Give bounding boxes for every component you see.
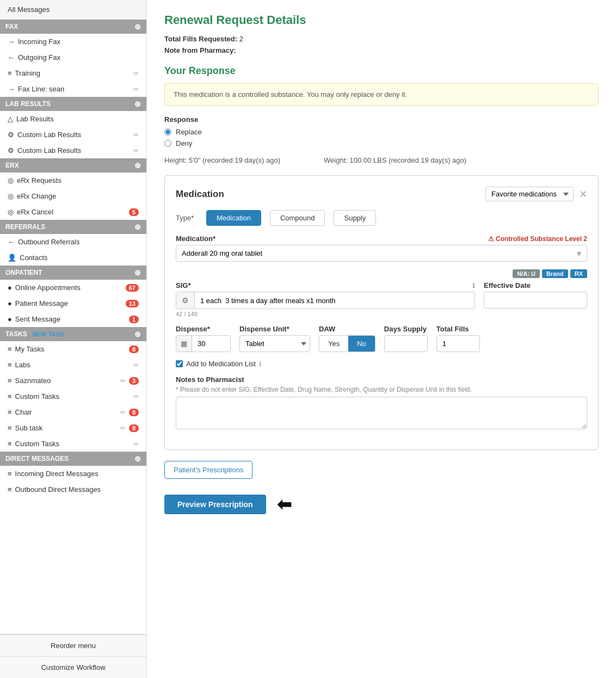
sidebar-item-saznmateo[interactable]: ≡ Saznmateo ✏ 3 bbox=[0, 373, 146, 389]
close-icon[interactable]: ✕ bbox=[579, 188, 587, 200]
list-icon: ≡ bbox=[8, 361, 12, 369]
onpatient-add-icon[interactable]: ⊕ bbox=[134, 268, 141, 277]
dispense-unit-field: Dispense Unit* Tablet Capsule mL bbox=[239, 325, 310, 352]
sig-info-icon: ℹ bbox=[472, 282, 475, 289]
days-supply-input[interactable] bbox=[384, 335, 428, 352]
response-replace-radio[interactable] bbox=[164, 128, 171, 135]
sidebar-item-outgoing-fax[interactable]: ← Outgoing Fax bbox=[0, 50, 146, 65]
list-icon: ≡ bbox=[8, 392, 12, 400]
med-box-header: Medication Favorite medications ✕ bbox=[176, 187, 587, 201]
dispense-input[interactable] bbox=[192, 336, 230, 352]
sidebar-section-fax: FAX ⊕ bbox=[0, 20, 146, 34]
customize-workflow-button[interactable]: Customize Workflow bbox=[0, 656, 146, 678]
tag-na-badge: N/A: U bbox=[513, 269, 540, 278]
edit-icon[interactable]: ✏ bbox=[133, 440, 139, 448]
arrow-left-icon: ← bbox=[8, 238, 15, 246]
total-fills-field-label: Total Fills bbox=[436, 325, 480, 333]
add-to-med-list-label: Add to Medication List bbox=[186, 360, 256, 368]
tasks-add-icon[interactable]: ⊕ bbox=[134, 330, 141, 338]
total-fills-requested: Total Fills Requested: 2 bbox=[164, 35, 599, 43]
preview-row: Preview Prescription ⬅ bbox=[164, 494, 599, 515]
sidebar-item-lab-results[interactable]: △ Lab Results bbox=[0, 111, 146, 127]
sidebar-item-custom-tasks-2[interactable]: ≡ Custom Tasks ✏ bbox=[0, 436, 146, 452]
sig-input-wrapper: ⚙ bbox=[176, 292, 475, 309]
calendar-icon: ▦ bbox=[176, 336, 192, 352]
effective-date-input[interactable] bbox=[484, 292, 587, 309]
daw-yes-button[interactable]: Yes bbox=[319, 336, 348, 352]
erx-add-icon[interactable]: ⊕ bbox=[134, 161, 141, 170]
type-label: Type* bbox=[176, 214, 198, 222]
sub-task-badge: 8 bbox=[129, 424, 139, 432]
sent-msg-badge: 1 bbox=[129, 316, 139, 323]
favorite-medications-select[interactable]: Favorite medications bbox=[485, 187, 574, 201]
sidebar-item-custom-lab-2[interactable]: ⚙ Custom Lab Results ✏ bbox=[0, 143, 146, 158]
response-label: Response bbox=[164, 115, 599, 124]
sidebar-item-custom-lab-1[interactable]: ⚙ Custom Lab Results ✏ bbox=[0, 127, 146, 143]
sidebar-item-outbound-direct[interactable]: ≡ Outbound Direct Messages bbox=[0, 482, 146, 497]
sidebar-item-incoming-direct[interactable]: ≡ Incoming Direct Messages bbox=[0, 466, 146, 482]
sidebar-item-contacts[interactable]: 👤 Contacts bbox=[0, 250, 146, 266]
sig-gear-icon[interactable]: ⚙ bbox=[176, 292, 195, 309]
type-compound-button[interactable]: Compound bbox=[270, 210, 325, 226]
dot-icon: ● bbox=[8, 315, 12, 323]
sidebar-item-chair[interactable]: ≡ Chair ✏ 8 bbox=[0, 404, 146, 420]
notes-textarea[interactable] bbox=[176, 397, 587, 429]
edit-icon[interactable]: ✏ bbox=[120, 424, 126, 432]
weight-value: Weight: 100.00 LBS (recorded 19 day(s) a… bbox=[324, 156, 466, 164]
circle-icon: ◎ bbox=[8, 176, 14, 184]
sidebar-item-custom-tasks-1[interactable]: ≡ Custom Tasks ✏ bbox=[0, 389, 146, 404]
edit-icon[interactable]: ✏ bbox=[133, 131, 139, 139]
total-fills-input[interactable] bbox=[436, 335, 480, 352]
sidebar-item-labs[interactable]: ≡ Labs ✏ bbox=[0, 357, 146, 373]
sidebar-all-messages[interactable]: All Messages bbox=[0, 0, 146, 20]
add-to-med-list-checkbox[interactable] bbox=[176, 360, 183, 367]
edit-icon[interactable]: ✏ bbox=[120, 409, 126, 416]
list-icon: ≡ bbox=[8, 440, 12, 448]
dot-icon: ● bbox=[8, 299, 12, 307]
edit-icon[interactable]: ✏ bbox=[133, 147, 139, 155]
sidebar-item-sub-task[interactable]: ≡ Sub task ✏ 8 bbox=[0, 420, 146, 436]
sidebar-item-patient-message[interactable]: ● Patient Message 13 bbox=[0, 295, 146, 311]
sidebar-item-erx-change[interactable]: ◎ eRx Change bbox=[0, 188, 146, 204]
type-medication-button[interactable]: Medication bbox=[206, 210, 261, 226]
notes-section: Notes to Pharmacist * Please do not ente… bbox=[176, 375, 587, 431]
fax-add-icon[interactable]: ⊕ bbox=[134, 22, 141, 31]
dispense-row: Dispense* ▦ Dispense Unit* Tablet Capsul… bbox=[176, 325, 587, 352]
sig-input[interactable] bbox=[195, 293, 475, 309]
list-icon: ≡ bbox=[8, 424, 12, 432]
edit-icon[interactable]: ✏ bbox=[133, 70, 139, 77]
total-fills-field: Total Fills bbox=[436, 325, 480, 352]
type-supply-button[interactable]: Supply bbox=[334, 210, 376, 226]
list-icon: ≡ bbox=[8, 485, 12, 494]
type-row: Type* Medication Compound Supply bbox=[176, 210, 587, 226]
sidebar-item-training[interactable]: ≡ Training ✏ bbox=[0, 65, 146, 81]
preview-prescription-button[interactable]: Preview Prescription bbox=[164, 495, 266, 514]
sidebar-item-outbound-referrals[interactable]: ← Outbound Referrals bbox=[0, 234, 146, 250]
circle-icon: ◎ bbox=[8, 192, 14, 200]
daw-label: DAW bbox=[319, 325, 375, 333]
sidebar-item-erx-requests[interactable]: ◎ eRx Requests bbox=[0, 172, 146, 188]
tag-brand-badge: Brand bbox=[542, 269, 568, 278]
dm-add-icon[interactable]: ⊕ bbox=[134, 454, 141, 463]
page-title: Renewal Request Details bbox=[164, 13, 599, 27]
sidebar-section-referrals: REFERRALS ⊕ bbox=[0, 220, 146, 234]
daw-no-button[interactable]: No bbox=[348, 336, 375, 352]
sidebar-item-online-appointments[interactable]: ● Online Appointments 67 bbox=[0, 280, 146, 295]
response-deny-radio[interactable] bbox=[164, 140, 171, 147]
patients-prescriptions-button[interactable]: Patient's Prescriptions bbox=[164, 461, 252, 479]
new-task-link[interactable]: NEW TASK bbox=[33, 331, 64, 337]
reorder-menu-button[interactable]: Reorder menu bbox=[0, 634, 146, 656]
edit-icon[interactable]: ✏ bbox=[133, 361, 139, 369]
sidebar-item-fax-line-sean[interactable]: → Fax Line: sean ✏ bbox=[0, 81, 146, 97]
lab-add-icon[interactable]: ⊕ bbox=[134, 100, 141, 108]
referrals-add-icon[interactable]: ⊕ bbox=[134, 223, 141, 231]
edit-icon[interactable]: ✏ bbox=[133, 393, 139, 400]
edit-icon[interactable]: ✏ bbox=[120, 377, 126, 385]
sidebar-item-incoming-fax[interactable]: → Incoming Fax bbox=[0, 34, 146, 50]
sidebar-item-my-tasks[interactable]: ≡ My Tasks 8 bbox=[0, 341, 146, 357]
sidebar-item-erx-cancel[interactable]: ◎ eRx Cancel 5 bbox=[0, 204, 146, 220]
edit-icon[interactable]: ✏ bbox=[133, 85, 139, 93]
medication-input[interactable] bbox=[176, 245, 587, 262]
sidebar-item-sent-message[interactable]: ● Sent Message 1 bbox=[0, 311, 146, 327]
dispense-unit-select[interactable]: Tablet Capsule mL bbox=[239, 335, 310, 352]
